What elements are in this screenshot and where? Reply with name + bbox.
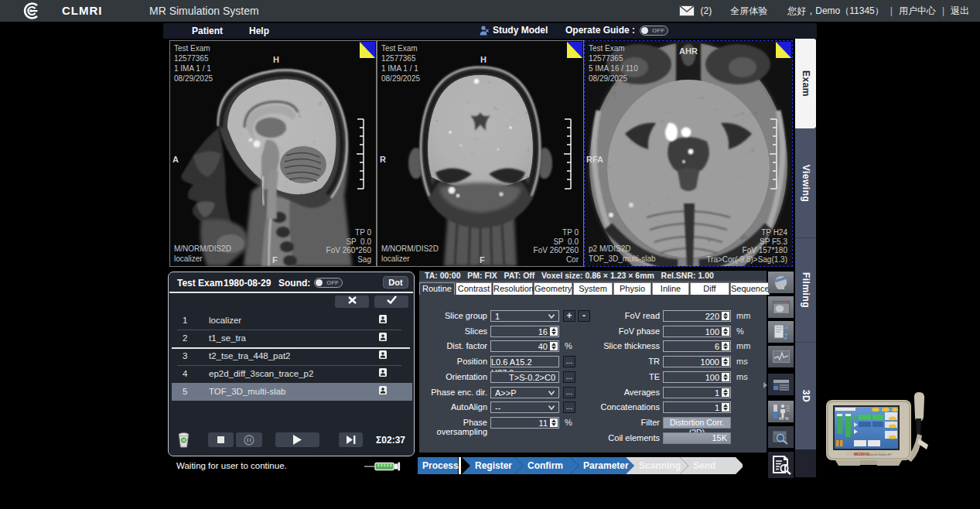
queue-sound-label: Sound: [278, 278, 310, 289]
spinner-buttons[interactable] [722, 373, 729, 381]
skip-button[interactable] [339, 432, 363, 447]
tab-exam[interactable]: Exam [795, 39, 816, 128]
param-tab-inline[interactable]: Inline [652, 282, 689, 295]
operate-guide-toggle[interactable]: OFF [640, 26, 668, 36]
param-tab-resolution[interactable]: Resolution [493, 282, 533, 295]
param-row-averages: Averages1 [419, 387, 767, 398]
param-tab-routine[interactable]: Routine [419, 282, 455, 295]
spinner-buttons[interactable] [722, 327, 729, 336]
param-tab-physio[interactable]: Physio [613, 282, 651, 295]
row-sequence-name: TOF_3D_multi-slab [209, 387, 286, 396]
param-label: TE [543, 372, 660, 381]
person-badge-icon [379, 350, 387, 359]
total-scan-time: Σ02:37 [376, 435, 405, 446]
spinner-buttons[interactable] [722, 357, 729, 366]
param-label: FoV phase [543, 326, 660, 336]
param-field[interactable]: 220 [663, 310, 731, 322]
dot-button[interactable]: Dot [383, 276, 408, 289]
param-field[interactable]: 1000 [663, 356, 731, 367]
step-label: Scanning [639, 460, 681, 471]
queue-row-TOF_3D_multi-slab[interactable]: 5 TOF_3D_multi-slab [172, 383, 412, 401]
row-number: 2 [183, 333, 187, 343]
spinner-buttons[interactable] [722, 403, 729, 412]
spinner-buttons[interactable] [722, 342, 729, 350]
param-row-fov-phase: FoV phase100 % [419, 326, 767, 337]
sar-meter-icon: 44 % [772, 403, 790, 420]
viewport-coronal[interactable]: Test Exam 12577365 1 IMA 1 / 1 08/29/202… [377, 40, 584, 267]
logout-link[interactable]: 退出 [951, 5, 969, 18]
tab-3d[interactable]: 3D [795, 343, 816, 449]
param-unit: mm [736, 341, 750, 350]
image-search-icon [773, 430, 790, 445]
tool-document-search-button[interactable] [768, 452, 794, 478]
param-field[interactable]: 1 [663, 401, 731, 413]
queue-confirm-button[interactable] [374, 295, 408, 308]
tool-image-search-button[interactable] [768, 426, 794, 448]
injector-device-photo: MEDRAD Spectris Solaris EP [820, 391, 948, 472]
vp1-orient-top: H [273, 55, 279, 64]
vp2-orient-bottom: F [480, 255, 485, 265]
param-unit: ms [736, 357, 748, 366]
step-divider [459, 457, 461, 474]
tab-filming[interactable]: Filming [795, 238, 816, 343]
filter-button[interactable]: Distortion Corr.(2D) [663, 417, 731, 429]
vp1-orient-bottom: F [272, 255, 278, 265]
param-tab-system[interactable]: System [573, 282, 613, 295]
tool-image-view-button[interactable] [768, 296, 794, 318]
stop-button[interactable] [208, 432, 234, 447]
param-field[interactable]: 100 [663, 371, 731, 383]
person-badge-icon [379, 315, 387, 323]
param-field[interactable]: 6 [663, 340, 731, 352]
queue-row-ep2d_diff_3scan_trace_p2[interactable]: 4 ep2d_diff_3scan_trace_p2 [177, 365, 407, 383]
menu-patient[interactable]: Patient [192, 26, 223, 36]
play-button[interactable] [275, 432, 319, 447]
spinner-buttons[interactable] [722, 388, 729, 397]
row-number: 1 [183, 316, 187, 325]
vp1-corner-marker[interactable] [360, 42, 375, 58]
param-label: FoV read [543, 311, 660, 320]
mail-count[interactable]: (2) [701, 5, 712, 16]
sidebar-bottom-block [795, 449, 816, 477]
vp3-params: TP H24 SP F5.3 FoV 157*180 Tra>Cor(-9.8)… [706, 228, 787, 264]
queue-cancel-button[interactable] [335, 295, 369, 308]
vp2-info: Test Exam 12577365 1 IMA 1 / 1 08/29/202… [381, 43, 420, 84]
param-field[interactable]: 100 [663, 326, 731, 337]
param-field[interactable]: 1 [663, 387, 731, 398]
param-tab-diff[interactable]: Diff [690, 282, 729, 295]
tool-head-exam-button[interactable] [768, 272, 794, 293]
param-tab-sequence[interactable]: Sequence [730, 282, 770, 295]
operate-guide: Operate Guide : OFF [565, 25, 668, 36]
menu-study-model[interactable]: Study Model [480, 25, 548, 36]
vp2-corner-marker[interactable] [567, 42, 582, 58]
user-center-link[interactable]: 用户中心 [899, 5, 936, 18]
param-tabs: RoutineContrastResolutionGeometrySystemP… [419, 282, 767, 295]
param-tab-contrast[interactable]: Contrast [456, 282, 492, 295]
sound-toggle[interactable]: OFF [314, 278, 343, 288]
pause-button[interactable] [236, 432, 262, 447]
param-tab-geometry[interactable]: Geometry [534, 282, 572, 295]
tool-data-transfer-button[interactable] [768, 321, 794, 343]
trash-button[interactable] [176, 430, 190, 449]
tool-sar-meter-button[interactable]: 44 % [768, 401, 794, 422]
param-row-slice-thickness: Slice thickness6 mm [419, 340, 767, 352]
fullscreen-link[interactable]: 全屏体验 [730, 5, 767, 18]
vp3-mode: p2 M/DIS2D TOF_3D_multi-slab [589, 244, 656, 264]
syringe-progress-icon [364, 462, 401, 471]
tab-viewing[interactable]: Viewing [795, 128, 816, 238]
viewport-axial-tof[interactable]: Test Exam 12577365 5 IMA 16 / 110 08/29/… [584, 40, 793, 267]
viewport-sagittal[interactable]: Test Exam 12577365 1 IMA 1 / 1 08/29/202… [169, 40, 377, 267]
step-label: Process [422, 460, 459, 471]
spinner-buttons[interactable] [722, 312, 729, 320]
tool-waveform-button[interactable] [768, 346, 794, 367]
queue-row-t1_se_tra[interactable]: 2 t1_se_tra [177, 330, 407, 347]
vp3-corner-marker[interactable] [776, 42, 791, 58]
queue-row-t2_tse_tra_448_pat2[interactable]: 3 t2_tse_tra_448_pat2 [177, 347, 407, 365]
coil-elements-field[interactable]: 15K [663, 432, 731, 444]
tool-info-panel-button[interactable] [768, 374, 794, 395]
skip-icon [347, 436, 356, 444]
menu-help[interactable]: Help [249, 26, 269, 36]
queue-row-localizer[interactable]: 1 localizer [177, 312, 407, 330]
mail-icon[interactable] [679, 5, 695, 16]
workflow-steps: ProcessRegisterConfirmParameterScanningS… [418, 457, 743, 474]
param-status-bar: TA: 00:00 PM: FIX PAT: Off Voxel size: 0… [419, 271, 767, 282]
